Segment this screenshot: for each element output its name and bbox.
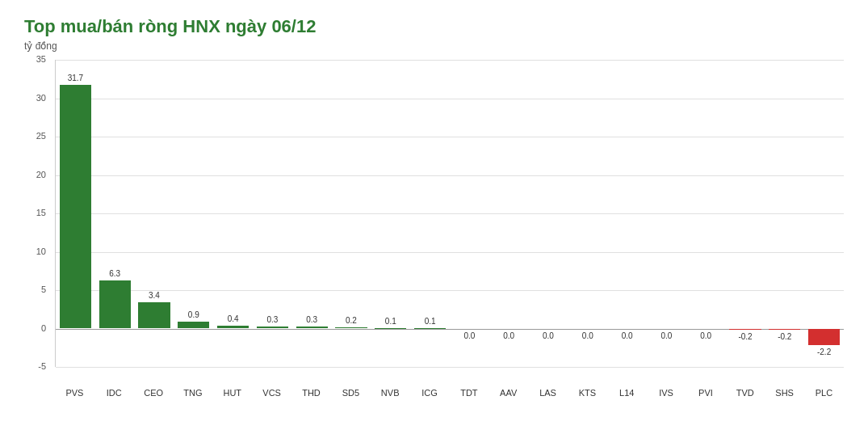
x-axis-label: TVD <box>725 367 765 399</box>
bar-group: 0.0 <box>529 60 568 367</box>
bar-group: 6.3 <box>95 60 135 367</box>
bar <box>60 85 91 328</box>
x-axis-label: SD5 <box>331 367 371 399</box>
y-axis-label: 25 <box>36 131 49 141</box>
bar-group: 0.1 <box>410 60 450 367</box>
x-axis-label: LAS <box>528 367 568 399</box>
bar-value-label: 0.0 <box>686 331 726 340</box>
bar-value-label: 0.1 <box>371 317 410 326</box>
chart-container: Top mua/bán ròng HNX ngày 06/12 tỷ đồng … <box>0 0 868 434</box>
plot-area: 31.76.33.40.90.40.30.30.20.10.10.00.00.0… <box>55 60 844 367</box>
bar-value-label: 0.9 <box>174 310 213 319</box>
bar-group: 0.0 <box>568 60 607 367</box>
bar-value-label: -2.2 <box>804 348 844 356</box>
y-axis-label: 10 <box>36 246 49 256</box>
bar <box>375 328 406 329</box>
x-labels: PVSIDCCEOTNGHUTVCSTHDSD5NVBICGTDTAAVLASK… <box>55 367 844 399</box>
chart-area: 35302520151050-5 31.76.33.40.90.40.30.30… <box>24 60 844 399</box>
y-axis-label: 5 <box>41 284 49 294</box>
bar-group: -0.2 <box>726 60 765 367</box>
bar <box>335 327 367 329</box>
x-axis-label: TNG <box>174 367 213 399</box>
bar-value-label: 0.0 <box>568 331 607 340</box>
y-axis-label: 0 <box>41 323 49 333</box>
x-axis-label: HUT <box>212 367 252 399</box>
bar <box>296 327 328 329</box>
bar-group: 3.4 <box>135 60 174 367</box>
bar-group: 0.3 <box>253 60 292 367</box>
bar-value-label: 0.0 <box>450 331 489 340</box>
bar <box>769 329 800 331</box>
bar-group: 0.2 <box>332 60 371 367</box>
bar-group: 0.1 <box>371 60 410 367</box>
bar-value-label: 0.0 <box>489 331 529 340</box>
bar-value-label: 0.0 <box>647 331 686 340</box>
chart-subtitle: tỷ đồng <box>24 40 844 52</box>
bar-group: 0.0 <box>607 60 647 367</box>
x-axis-label: NVB <box>371 367 410 399</box>
bar-group: 0.4 <box>213 60 253 367</box>
x-axis-label: SHS <box>765 367 804 399</box>
bar-group: 31.7 <box>56 60 95 367</box>
bar-group: 0.0 <box>686 60 726 367</box>
x-axis-label: PLC <box>804 367 844 399</box>
bar-group: 0.9 <box>174 60 213 367</box>
bar <box>414 328 446 329</box>
x-axis-label: IVS <box>647 367 686 399</box>
bar-group: -0.2 <box>765 60 804 367</box>
bar-value-label: 0.2 <box>332 316 371 325</box>
x-axis-label: THD <box>291 367 331 399</box>
bar <box>99 280 131 329</box>
bar-group: 0.0 <box>489 60 529 367</box>
bar-value-label: 31.7 <box>56 74 95 82</box>
y-axis-label: 20 <box>36 170 49 179</box>
bar <box>257 327 288 329</box>
y-axis-label: 15 <box>36 208 49 217</box>
chart-title: Top mua/bán ròng HNX ngày 06/12 <box>24 16 844 37</box>
y-axis-label: 30 <box>36 93 49 103</box>
bar-group: -2.2 <box>804 60 844 367</box>
x-axis-label: AAV <box>489 367 528 399</box>
bar-value-label: 0.0 <box>607 331 647 340</box>
bar-value-label: 0.3 <box>292 315 332 324</box>
x-axis-label: KTS <box>568 367 607 399</box>
x-axis-label: IDC <box>94 367 134 399</box>
bar <box>729 329 761 331</box>
y-axis-label: 35 <box>36 54 49 64</box>
x-axis-label: CEO <box>134 367 174 399</box>
bar-value-label: 3.4 <box>135 291 174 300</box>
x-axis-label: L14 <box>607 367 647 399</box>
bar <box>808 329 840 346</box>
bar-value-label: 6.3 <box>95 269 135 278</box>
bar <box>178 322 209 329</box>
x-axis-label: PVS <box>55 367 94 399</box>
x-axis-label: ICG <box>410 367 450 399</box>
bar-value-label: 0.4 <box>213 314 253 323</box>
bar-group: 0.3 <box>292 60 332 367</box>
y-axis: 35302520151050-5 <box>24 60 52 367</box>
bar <box>217 326 249 329</box>
bar <box>138 302 170 328</box>
bar-value-label: -0.2 <box>726 332 765 341</box>
bar-value-label: 0.1 <box>410 317 450 326</box>
bar-group: 0.0 <box>647 60 686 367</box>
bar-group: 0.0 <box>450 60 489 367</box>
x-axis-label: VCS <box>252 367 291 399</box>
x-axis-label: TDT <box>449 367 489 399</box>
y-axis-label: -5 <box>38 361 49 371</box>
x-axis-label: PVI <box>686 367 726 399</box>
bar-value-label: 0.3 <box>253 315 292 324</box>
bar-value-label: -0.2 <box>765 332 804 341</box>
bar-value-label: 0.0 <box>529 331 568 340</box>
